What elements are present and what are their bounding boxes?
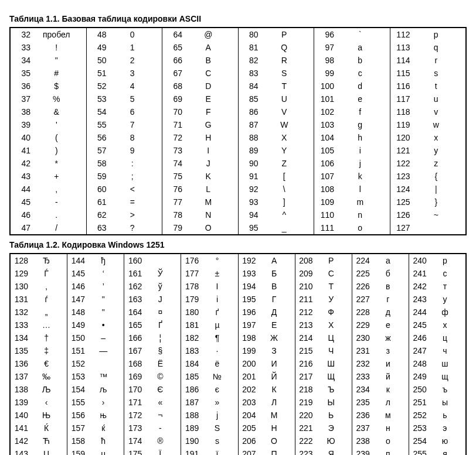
code-char: | — [410, 184, 463, 194]
code-number: 57 — [90, 146, 107, 155]
code-cell: 95_ — [238, 221, 314, 234]
code-number: 52 — [90, 81, 107, 91]
code-cell: 206О — [238, 435, 295, 447]
code-number: 248 — [412, 359, 427, 368]
code-number: 71 — [166, 120, 182, 129]
code-char: к — [370, 385, 406, 394]
code-number: 124 — [394, 184, 410, 194]
code-char: u — [410, 94, 463, 104]
code-number: 223 — [298, 449, 313, 455]
code-cell: 212Ф — [295, 306, 352, 319]
code-cell: 41) — [11, 144, 86, 157]
code-cell: 255я — [409, 447, 465, 455]
code-number: 98 — [318, 56, 334, 65]
code-number: 146 — [70, 282, 85, 291]
code-cell: 189Ѕ — [181, 422, 237, 435]
code-number: 42 — [14, 159, 30, 168]
table-row: 43+59;75K91[107k123{ — [11, 170, 465, 183]
code-number: 111 — [318, 223, 334, 232]
code-number: 91 — [242, 172, 259, 181]
code-char: Ь — [313, 410, 349, 420]
code-cell: 143Џ — [11, 447, 67, 455]
code-number: 38 — [14, 107, 30, 117]
code-char: E — [182, 94, 234, 104]
code-number: 234 — [355, 385, 370, 394]
code-char: є — [199, 385, 235, 394]
code-char: Щ — [313, 372, 349, 381]
code-char: У — [313, 295, 349, 304]
code-cell: 109m — [314, 196, 390, 208]
code-number: 158 — [70, 436, 85, 446]
code-cell: 242т — [409, 280, 465, 293]
code-number: 39 — [14, 120, 30, 129]
code-number: 162 — [127, 282, 142, 291]
code-cell: 224а — [352, 254, 409, 267]
code-cell: 145‘ — [67, 267, 124, 280]
code-cell: 129Ѓ — [11, 267, 67, 280]
code-char: Ђ — [28, 256, 64, 265]
code-number: 59 — [90, 172, 107, 181]
code-cell: 134† — [11, 331, 67, 344]
code-cell: 104h — [314, 131, 390, 144]
code-number: 116 — [394, 81, 410, 91]
code-cell: 127 — [390, 221, 466, 234]
table-row: 32пробел48064@80P96`112p — [11, 28, 465, 41]
code-char: ` — [334, 30, 386, 39]
code-number: 171 — [127, 398, 142, 407]
code-number: 142 — [13, 436, 28, 446]
code-cell: 240р — [409, 254, 465, 267]
code-char: « — [142, 398, 178, 407]
code-number: 233 — [355, 372, 370, 381]
code-char: Р — [313, 256, 349, 265]
code-char: Q — [259, 43, 311, 52]
code-number: 48 — [90, 30, 107, 39]
code-number: 55 — [90, 120, 107, 129]
code-number: 213 — [298, 320, 313, 330]
code-number: 218 — [298, 385, 313, 394]
code-cell: 116t — [390, 80, 466, 93]
code-cell: 103g — [314, 118, 390, 131]
code-number: 121 — [394, 146, 410, 155]
code-char: Н — [256, 423, 293, 433]
code-char: x — [410, 133, 463, 142]
code-char: ° — [199, 256, 235, 265]
code-number: 179 — [183, 295, 199, 304]
code-cell: 123{ — [390, 170, 466, 183]
code-cell: 236м — [352, 409, 409, 422]
code-cell: 73I — [162, 144, 238, 157]
code-number: 114 — [394, 56, 410, 65]
code-number: 105 — [318, 146, 334, 155]
code-number: 74 — [166, 159, 182, 168]
code-cell: 101e — [314, 93, 390, 105]
code-char: ( — [30, 133, 83, 142]
code-number: 241 — [412, 269, 427, 278]
code-char: ‚ — [28, 282, 64, 291]
code-number: 40 — [14, 133, 30, 142]
code-cell: 164¤ — [124, 306, 181, 319]
code-number: 131 — [13, 295, 28, 304]
code-char: € — [28, 359, 64, 368]
code-char: » — [199, 398, 235, 407]
code-char: l — [334, 184, 386, 194]
table-row: 141Ќ157ќ173-189Ѕ205Н221Э237н253э — [11, 422, 465, 435]
code-cell: 39' — [11, 118, 86, 131]
code-number: 161 — [127, 269, 142, 278]
code-number: 245 — [412, 320, 427, 330]
code-cell: 161Ў — [124, 267, 181, 280]
code-number: 210 — [298, 282, 313, 291]
code-char: & — [30, 107, 83, 117]
code-cell: 246ц — [409, 331, 465, 344]
code-number: 106 — [318, 159, 334, 168]
code-cell: 131ѓ — [11, 293, 67, 306]
code-char: с — [427, 269, 463, 278]
code-char: r — [410, 56, 463, 65]
table-row: 132„148"164¤180ґ196Д212Ф228д244ф — [11, 306, 465, 319]
code-cell: 106j — [314, 157, 390, 170]
code-cell: 197Е — [238, 319, 295, 331]
code-number: 195 — [241, 295, 256, 304]
code-char: ! — [30, 43, 83, 52]
code-cell: 78N — [162, 208, 238, 221]
code-number: 208 — [298, 256, 313, 265]
code-number: 126 — [394, 210, 410, 220]
code-char: o — [334, 223, 386, 232]
